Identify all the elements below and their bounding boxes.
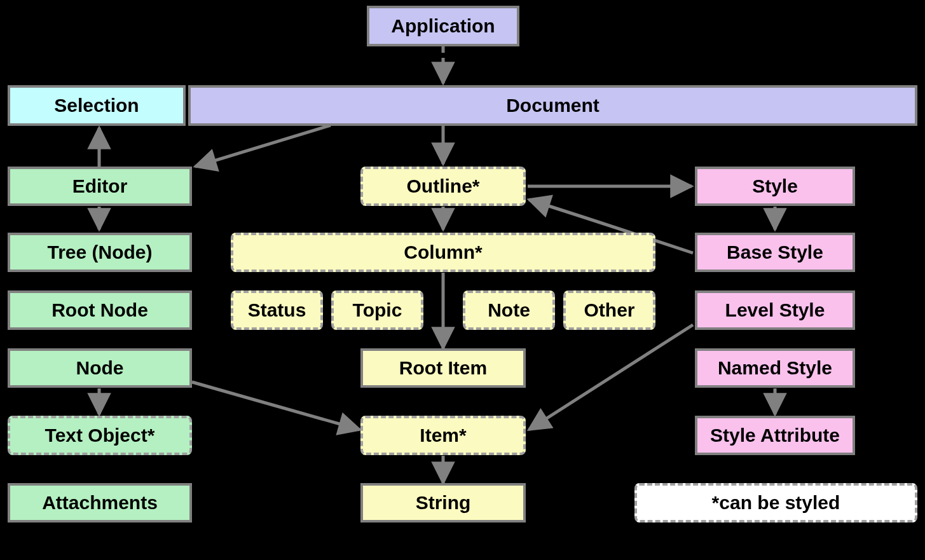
edge-node-item	[192, 382, 360, 430]
label: Root Node	[51, 299, 148, 321]
node-column: Column*	[231, 233, 655, 272]
node-topic: Topic	[331, 290, 423, 330]
label: Root Item	[399, 357, 487, 379]
label: Named Style	[718, 357, 832, 379]
label: Attachments	[42, 492, 158, 514]
label: Editor	[72, 175, 128, 197]
edges-layer	[0, 0, 925, 560]
label: Other	[584, 299, 634, 321]
label: Outline*	[406, 175, 479, 197]
node-base-style: Base Style	[695, 233, 855, 272]
node-named-style: Named Style	[695, 348, 855, 388]
label: Item*	[420, 425, 466, 446]
label: Status	[248, 299, 306, 321]
node-root-node: Root Node	[8, 290, 192, 330]
label: Node	[76, 357, 124, 379]
node-string: String	[360, 483, 526, 522]
label: Text Object*	[45, 425, 155, 446]
node-root-item: Root Item	[360, 348, 526, 388]
node-style: Style	[695, 167, 855, 206]
node-attachments: Attachments	[8, 483, 192, 522]
node-selection: Selection	[8, 85, 186, 126]
node-node: Node	[8, 348, 192, 388]
label: Document	[506, 95, 600, 116]
label: Base Style	[727, 242, 823, 263]
node-style-attribute: Style Attribute	[695, 416, 855, 455]
node-item: Item*	[360, 416, 526, 455]
node-editor: Editor	[8, 167, 192, 206]
label: Level Style	[725, 299, 825, 321]
label: Tree (Node)	[47, 242, 152, 263]
edge-levelstyle-item	[529, 325, 693, 430]
label: Column*	[404, 242, 482, 263]
label: *can be styled	[712, 492, 840, 514]
diagram-canvas: Application Selection Document Editor Tr…	[0, 0, 925, 560]
label: Style	[752, 175, 798, 197]
edge-document-editor	[195, 125, 331, 167]
node-text-object: Text Object*	[8, 416, 192, 455]
node-application: Application	[367, 6, 519, 46]
label: Style Attribute	[710, 425, 840, 446]
node-note: Note	[463, 290, 555, 330]
node-document: Document	[188, 85, 917, 126]
node-tree-node: Tree (Node)	[8, 233, 192, 272]
legend-can-be-styled: *can be styled	[634, 483, 917, 522]
label: Application	[391, 15, 495, 37]
node-outline: Outline*	[360, 167, 526, 206]
label: Note	[488, 299, 530, 321]
label: Selection	[54, 95, 139, 116]
node-level-style: Level Style	[695, 290, 855, 330]
node-other: Other	[563, 290, 655, 330]
node-status: Status	[231, 290, 323, 330]
label: String	[416, 492, 471, 514]
label: Topic	[353, 299, 402, 321]
